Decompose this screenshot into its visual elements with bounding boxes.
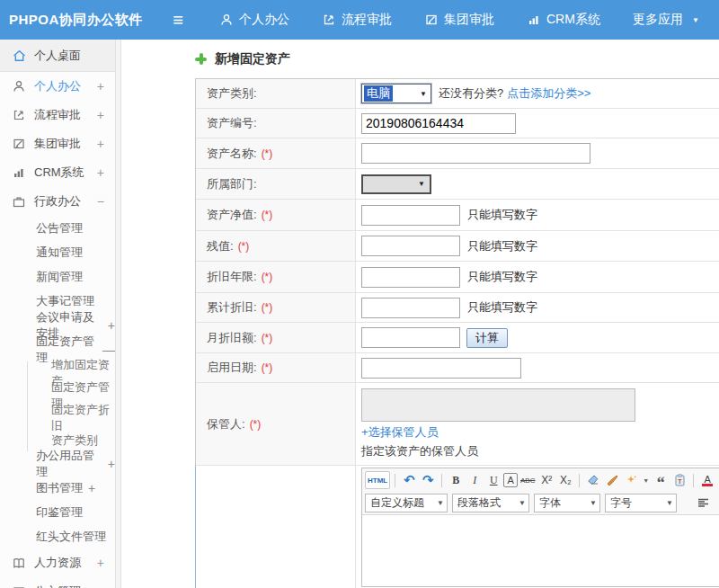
- font-size-select[interactable]: 字号 ▼: [605, 494, 677, 512]
- sidebar-item-hr[interactable]: 人力资源 +: [0, 548, 115, 577]
- format-brush-icon[interactable]: [603, 471, 621, 489]
- topnav-workflow-approval[interactable]: 流程审批: [306, 0, 408, 40]
- underline-icon[interactable]: U: [484, 471, 502, 489]
- chevron-down-icon[interactable]: ▼: [643, 477, 649, 484]
- monthly-depreciation-input[interactable]: [361, 327, 460, 348]
- sidebar-item-crm[interactable]: CRM系统 +: [0, 158, 115, 187]
- paste-as-text-icon[interactable]: T: [670, 471, 688, 489]
- select-keeper-link[interactable]: +选择保管人员: [361, 424, 439, 441]
- subscript-icon[interactable]: X₂: [556, 471, 574, 489]
- select-label: 字体: [539, 495, 582, 511]
- accumulated-depreciation-input[interactable]: [361, 298, 460, 318]
- sidebar-item-group-approval[interactable]: 集团审批 +: [0, 129, 115, 158]
- asset-name-input[interactable]: [361, 143, 590, 164]
- sidebar-subitem-official-docs[interactable]: 红头文件管理: [0, 524, 115, 548]
- expand-plus-icon[interactable]: +: [97, 584, 104, 588]
- form-row-asset-number: 资产编号:: [196, 109, 719, 138]
- font-style-icon[interactable]: A: [503, 473, 518, 487]
- eraser-icon[interactable]: [584, 471, 602, 489]
- blockquote-icon[interactable]: “: [652, 471, 670, 489]
- sidebar-item-admin-office[interactable]: 行政办公 −: [0, 187, 115, 216]
- sidebar-item-label: 公文管理: [34, 584, 89, 588]
- expand-minus-icon[interactable]: −: [97, 194, 104, 209]
- superscript-icon[interactable]: X²: [537, 471, 555, 489]
- sidebar-subitem-announcements[interactable]: 公告管理: [0, 216, 115, 240]
- undo-icon[interactable]: ↶: [400, 471, 418, 489]
- editor-content-area[interactable]: [362, 515, 719, 586]
- chevron-down-icon: ▼: [418, 180, 425, 188]
- topnav-label: CRM系统: [546, 12, 600, 28]
- sidebar-subitem-seals[interactable]: 印鉴管理: [0, 500, 115, 524]
- required-mark: (*): [262, 147, 273, 160]
- form-row-asset-name: 资产名称: (*): [196, 138, 719, 169]
- font-family-select[interactable]: 字体 ▼: [534, 494, 600, 512]
- select-label: 段落格式: [457, 495, 511, 511]
- sidebar-subitem-news[interactable]: 新闻管理: [0, 264, 115, 289]
- topnav-crm[interactable]: CRM系统: [510, 0, 617, 40]
- department-select[interactable]: ▼: [361, 174, 431, 194]
- expand-plus-icon[interactable]: +: [108, 318, 115, 333]
- subitem-label: 新闻管理: [36, 269, 83, 285]
- add-category-link[interactable]: 点击添加分类>>: [507, 85, 590, 102]
- start-date-input[interactable]: [361, 358, 521, 379]
- chevron-down-icon: ▼: [519, 499, 526, 507]
- subitem-label: 公告管理: [36, 220, 83, 236]
- form-row-start-date: 启用日期: (*): [196, 353, 719, 383]
- field-label: 保管人:: [207, 416, 245, 432]
- expand-plus-icon[interactable]: +: [88, 481, 95, 495]
- sidebar-subitem-office-supplies[interactable]: 办公用品管理+: [0, 451, 115, 476]
- expand-plus-icon[interactable]: +: [97, 165, 104, 180]
- auto-typeset-icon[interactable]: [622, 471, 640, 489]
- asset-category-select[interactable]: 电脑 ▼: [361, 84, 431, 103]
- bar-chart-icon: [527, 13, 541, 26]
- font-color-letter: A: [704, 475, 710, 484]
- expand-plus-icon[interactable]: +: [108, 457, 115, 471]
- strikethrough-icon[interactable]: ABC: [519, 471, 537, 489]
- font-color-icon[interactable]: A: [698, 471, 716, 489]
- sidebar: 个人桌面 个人办公 + 流程审批 + 集团审批 +: [0, 40, 115, 588]
- topnav-group-approval[interactable]: 集团审批: [408, 0, 510, 40]
- bold-icon[interactable]: B: [447, 471, 465, 489]
- required-mark: (*): [250, 418, 262, 431]
- subsubitem-label: 资产类别: [51, 432, 98, 449]
- expand-plus-icon[interactable]: +: [97, 137, 104, 151]
- required-mark: (*): [262, 361, 273, 374]
- sidebar-item-workflow-approval[interactable]: 流程审批 +: [0, 101, 115, 129]
- asset-number-input[interactable]: [361, 113, 516, 134]
- expand-plus-icon[interactable]: +: [97, 556, 104, 570]
- align-left-icon[interactable]: [694, 494, 712, 512]
- salvage-value-input[interactable]: [361, 236, 460, 256]
- custom-title-select[interactable]: 自定义标题 ▼: [365, 494, 448, 512]
- sidebar-item-personal-office[interactable]: 个人办公 +: [0, 72, 115, 101]
- expand-minus-icon[interactable]: —: [102, 343, 115, 357]
- expand-plus-icon[interactable]: +: [97, 108, 104, 122]
- topnav-more-apps[interactable]: 更多应用 ▼: [617, 0, 715, 40]
- html-source-button[interactable]: HTML: [365, 471, 390, 489]
- paragraph-format-select[interactable]: 段落格式 ▼: [452, 494, 529, 512]
- sidebar-subitem-notices[interactable]: 通知管理: [0, 240, 115, 264]
- italic-icon[interactable]: I: [466, 471, 484, 489]
- redo-icon[interactable]: ↷: [419, 471, 437, 489]
- sidebar-subsubitem-asset-depreciation[interactable]: 固定资产折旧: [28, 406, 115, 429]
- sidebar-item-desktop[interactable]: 个人桌面: [0, 40, 115, 72]
- subitem-label: 红头文件管理: [36, 529, 106, 545]
- required-mark: (*): [238, 240, 250, 253]
- sidebar-scrollbar[interactable]: [115, 40, 121, 588]
- topnav-personal-office[interactable]: 个人办公: [203, 0, 306, 40]
- chevron-down-icon: ▼: [590, 499, 597, 507]
- numeric-hint: 只能填写数字: [467, 238, 537, 254]
- sidebar-item-label: 个人办公: [34, 78, 89, 94]
- calculate-button[interactable]: 计算: [466, 328, 508, 348]
- process-icon: [12, 109, 26, 121]
- depreciation-years-input[interactable]: [361, 267, 460, 288]
- keeper-textarea[interactable]: [361, 388, 635, 422]
- topnav-label: 个人办公: [239, 12, 289, 28]
- net-value-input[interactable]: [361, 205, 460, 226]
- sidebar-item-document-manage[interactable]: 公文管理 +: [0, 577, 115, 588]
- expand-plus-icon[interactable]: +: [97, 79, 104, 94]
- sidebar-item-label: 集团审批: [34, 136, 89, 152]
- sidebar-item-label: 个人桌面: [34, 48, 104, 64]
- form-row-department: 所属部门: ▼: [196, 169, 719, 200]
- menu-icon[interactable]: ≡: [160, 10, 196, 31]
- subitem-label: 办公用品管理: [36, 448, 102, 480]
